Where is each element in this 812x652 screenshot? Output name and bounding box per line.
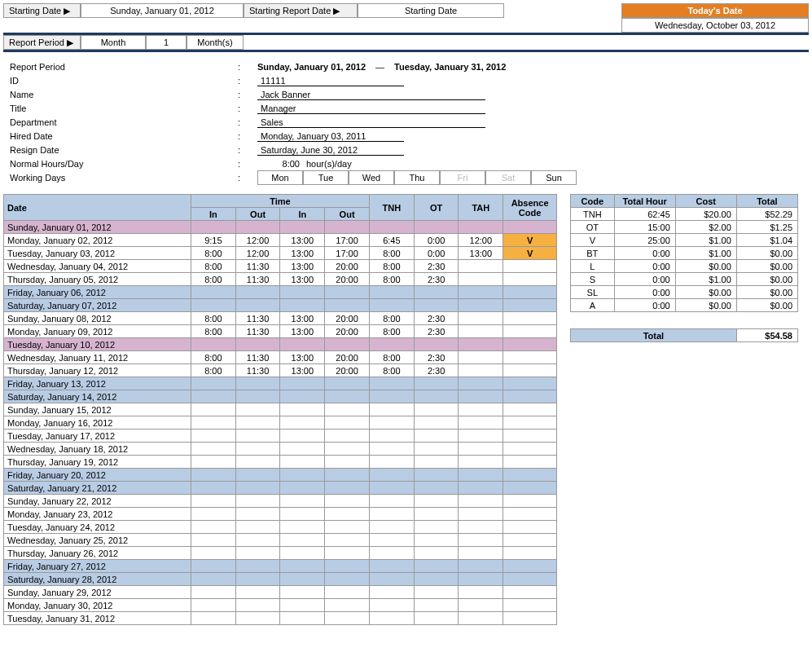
day-tue[interactable]: Tue bbox=[303, 170, 349, 185]
ts-cell[interactable] bbox=[369, 482, 414, 495]
ts-cell[interactable] bbox=[459, 508, 503, 521]
ts-cell[interactable] bbox=[369, 377, 414, 390]
ts-date[interactable]: Saturday, January 07, 2012 bbox=[4, 299, 191, 312]
ts-cell[interactable] bbox=[191, 403, 235, 416]
ts-date[interactable]: Wednesday, January 11, 2012 bbox=[4, 351, 191, 364]
day-mon[interactable]: Mon bbox=[257, 170, 303, 185]
ts-cell[interactable] bbox=[325, 338, 370, 351]
ts-cell[interactable]: 20:00 bbox=[325, 364, 370, 377]
ts-cell[interactable] bbox=[414, 377, 459, 390]
ts-cell[interactable]: 8:00 bbox=[191, 364, 235, 377]
ts-cell[interactable] bbox=[325, 534, 370, 547]
ts-cell[interactable]: 20:00 bbox=[325, 312, 370, 325]
ts-cell[interactable]: 8:00 bbox=[369, 247, 414, 260]
ts-cell[interactable] bbox=[280, 599, 325, 612]
ts-cell[interactable] bbox=[459, 456, 503, 469]
ts-cell[interactable] bbox=[280, 469, 325, 482]
ts-cell[interactable] bbox=[414, 586, 459, 599]
ts-cell[interactable] bbox=[414, 495, 459, 508]
ts-cell[interactable] bbox=[414, 521, 459, 534]
ts-cell[interactable] bbox=[235, 430, 280, 443]
ts-cell[interactable] bbox=[235, 508, 280, 521]
ts-cell[interactable] bbox=[280, 521, 325, 534]
ts-cell[interactable] bbox=[235, 482, 280, 495]
ts-absence[interactable] bbox=[503, 338, 557, 351]
day-fri[interactable]: Fri bbox=[440, 170, 485, 185]
ts-cell[interactable] bbox=[414, 534, 459, 547]
ts-cell[interactable] bbox=[325, 299, 370, 312]
ts-cell[interactable] bbox=[235, 443, 280, 456]
ts-cell[interactable] bbox=[235, 299, 280, 312]
ts-date[interactable]: Sunday, January 29, 2012 bbox=[4, 586, 191, 599]
ts-cell[interactable]: 6:45 bbox=[369, 234, 414, 247]
ts-cell[interactable] bbox=[191, 534, 235, 547]
ts-cell[interactable] bbox=[325, 430, 370, 443]
ts-cell[interactable] bbox=[235, 612, 280, 625]
ts-cell[interactable] bbox=[280, 495, 325, 508]
ts-cell[interactable] bbox=[414, 456, 459, 469]
dept-value[interactable]: Sales bbox=[257, 117, 485, 128]
ts-cell[interactable] bbox=[235, 377, 280, 390]
ts-date[interactable]: Sunday, January 01, 2012 bbox=[4, 221, 191, 234]
ts-cell[interactable] bbox=[459, 443, 503, 456]
ts-cell[interactable] bbox=[414, 443, 459, 456]
ts-date[interactable]: Saturday, January 28, 2012 bbox=[4, 573, 191, 586]
ts-cell[interactable] bbox=[414, 403, 459, 416]
ts-cell[interactable] bbox=[191, 521, 235, 534]
ts-absence[interactable] bbox=[503, 430, 557, 443]
ts-cell[interactable] bbox=[369, 612, 414, 625]
ts-cell[interactable]: 8:00 bbox=[369, 312, 414, 325]
ts-date[interactable]: Thursday, January 26, 2012 bbox=[4, 547, 191, 560]
ts-cell[interactable] bbox=[459, 403, 503, 416]
ts-cell[interactable] bbox=[280, 286, 325, 299]
ts-absence[interactable] bbox=[503, 273, 557, 286]
ts-absence[interactable] bbox=[503, 299, 557, 312]
ts-cell[interactable] bbox=[191, 547, 235, 560]
ts-cell[interactable] bbox=[459, 390, 503, 403]
ts-cell[interactable]: 20:00 bbox=[325, 260, 370, 273]
ts-cell[interactable] bbox=[414, 286, 459, 299]
ts-date[interactable]: Tuesday, January 03, 2012 bbox=[4, 247, 191, 260]
ts-cell[interactable] bbox=[414, 338, 459, 351]
ts-cell[interactable]: 2:30 bbox=[414, 312, 459, 325]
ts-cell[interactable] bbox=[414, 508, 459, 521]
ts-cell[interactable] bbox=[325, 482, 370, 495]
ts-cell[interactable]: 11:30 bbox=[235, 273, 280, 286]
ts-absence[interactable] bbox=[503, 586, 557, 599]
ts-date[interactable]: Sunday, January 22, 2012 bbox=[4, 495, 191, 508]
ts-absence[interactable] bbox=[503, 403, 557, 416]
ts-cell[interactable] bbox=[369, 560, 414, 573]
ts-cell[interactable] bbox=[191, 508, 235, 521]
ts-cell[interactable] bbox=[369, 521, 414, 534]
ts-cell[interactable] bbox=[325, 599, 370, 612]
ts-cell[interactable] bbox=[369, 286, 414, 299]
ts-absence[interactable] bbox=[503, 443, 557, 456]
ts-absence[interactable] bbox=[503, 560, 557, 573]
ts-cell[interactable]: 13:00 bbox=[280, 247, 325, 260]
period-unit[interactable]: Month bbox=[81, 35, 146, 50]
ts-cell[interactable] bbox=[369, 456, 414, 469]
ts-absence[interactable] bbox=[503, 534, 557, 547]
ts-cell[interactable] bbox=[191, 599, 235, 612]
ts-cell[interactable]: 13:00 bbox=[280, 260, 325, 273]
ts-absence[interactable] bbox=[503, 612, 557, 625]
ts-cell[interactable] bbox=[414, 573, 459, 586]
ts-cell[interactable] bbox=[459, 534, 503, 547]
ts-cell[interactable] bbox=[459, 273, 503, 286]
ts-cell[interactable] bbox=[325, 443, 370, 456]
ts-date[interactable]: Saturday, January 21, 2012 bbox=[4, 482, 191, 495]
ts-date[interactable]: Tuesday, January 10, 2012 bbox=[4, 338, 191, 351]
ts-cell[interactable] bbox=[191, 573, 235, 586]
ts-cell[interactable] bbox=[325, 508, 370, 521]
ts-cell[interactable]: 2:30 bbox=[414, 364, 459, 377]
ts-date[interactable]: Monday, January 02, 2012 bbox=[4, 234, 191, 247]
ts-cell[interactable] bbox=[459, 364, 503, 377]
ts-cell[interactable] bbox=[414, 430, 459, 443]
ts-cell[interactable]: 13:00 bbox=[459, 247, 503, 260]
ts-absence[interactable] bbox=[503, 351, 557, 364]
starting-date-value[interactable]: Sunday, January 01, 2012 bbox=[81, 3, 244, 18]
ts-cell[interactable] bbox=[235, 390, 280, 403]
ts-cell[interactable] bbox=[414, 560, 459, 573]
ts-cell[interactable] bbox=[325, 495, 370, 508]
ts-date[interactable]: Monday, January 30, 2012 bbox=[4, 599, 191, 612]
